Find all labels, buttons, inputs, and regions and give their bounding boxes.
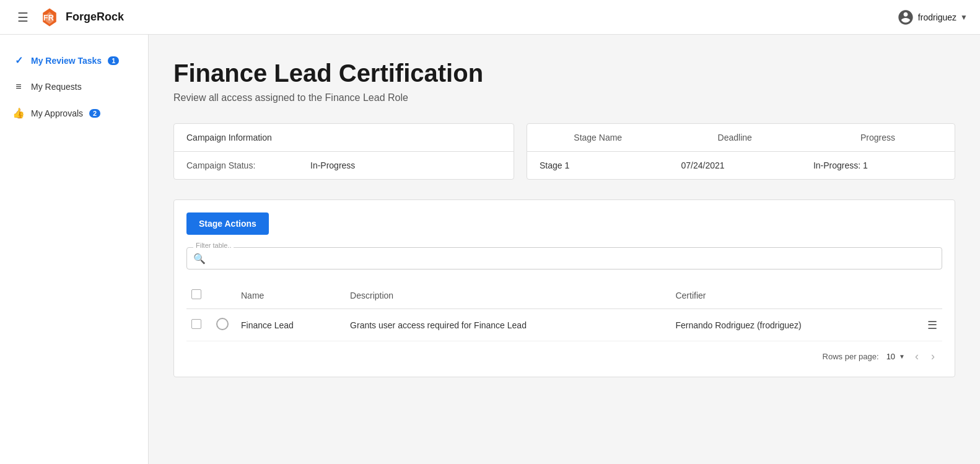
- top-header: ☰ FR ForgeRock frodriguez ▼: [0, 0, 980, 35]
- sidebar: ✓ My Review Tasks 1 ≡ My Requests 👍 My A…: [0, 35, 149, 464]
- logo-area: ☰ FR ForgeRock: [12, 6, 124, 28]
- approvals-badge: 2: [89, 109, 100, 118]
- search-icon: 🔍: [193, 253, 206, 265]
- table-footer: Rows per page: 10 ▼ ‹ ›: [186, 341, 942, 364]
- progress-header: Progress: [801, 124, 955, 152]
- description-header: Description: [345, 282, 670, 309]
- campaign-info-header: Campaign Information: [174, 124, 514, 152]
- select-all-header: [186, 282, 211, 309]
- progress-cell: In-Progress: 1: [801, 152, 955, 180]
- sidebar-item-label: My Approvals: [31, 108, 83, 118]
- name-cell: Finance Lead: [236, 309, 345, 341]
- stage-name-cell: Stage 1: [527, 152, 668, 180]
- actions-header: [908, 282, 942, 309]
- select-all-checkbox[interactable]: [191, 289, 201, 299]
- sidebar-item-label: My Review Tasks: [31, 56, 102, 66]
- rows-per-page-chevron: ▼: [899, 353, 905, 360]
- check-icon: ✓: [12, 55, 25, 66]
- campaign-status-row: Campaign Status: In-Progress: [174, 152, 514, 179]
- filter-label: Filter table..: [193, 242, 234, 249]
- menu-button[interactable]: ☰: [12, 7, 33, 27]
- row-checkbox[interactable]: [191, 319, 201, 329]
- data-table: Name Description Certifier Fi: [186, 282, 942, 341]
- status-header: [211, 282, 236, 309]
- sidebar-item-my-review-tasks[interactable]: ✓ My Review Tasks 1: [0, 47, 148, 74]
- table-header-row: Name Description Certifier: [186, 282, 942, 309]
- row-menu-icon[interactable]: ☰: [912, 318, 937, 332]
- row-checkbox-cell: [186, 309, 211, 341]
- campaign-status-label: Campaign Status:: [186, 160, 310, 170]
- name-header: Name: [236, 282, 345, 309]
- sidebar-item-label: My Requests: [31, 82, 82, 92]
- thumbs-up-icon: 👍: [12, 107, 25, 119]
- rows-per-page-label: Rows per page:: [823, 352, 879, 361]
- deadline-header: Deadline: [668, 124, 800, 152]
- deadline-cell: 07/24/2021: [668, 152, 800, 180]
- stage-table-row: Stage 1 07/24/2021 In-Progress: 1: [527, 152, 955, 180]
- filter-input[interactable]: [209, 253, 934, 263]
- campaign-info-card: Campaign Information Campaign Status: In…: [173, 123, 514, 180]
- rows-per-page-select[interactable]: 10 ▼: [886, 352, 905, 361]
- campaign-status-value: In-Progress: [310, 160, 355, 170]
- main-content: Finance Lead Certification Review all ac…: [149, 35, 980, 464]
- next-page-button[interactable]: ›: [929, 349, 937, 364]
- sidebar-item-my-requests[interactable]: ≡ My Requests: [0, 74, 148, 100]
- chevron-down-icon: ▼: [960, 13, 968, 22]
- certifier-cell: Fernando Rodriguez (frodriguez): [670, 309, 908, 341]
- stage-name-header: Stage Name: [527, 124, 668, 152]
- stage-info-card: Stage Name Deadline Progress Stage 1 07/…: [527, 123, 955, 180]
- user-area[interactable]: frodriguez ▼: [897, 9, 968, 26]
- forgerock-logo: FR: [38, 6, 61, 28]
- page-title: Finance Lead Certification: [173, 59, 955, 87]
- sidebar-item-my-approvals[interactable]: 👍 My Approvals 2: [0, 100, 148, 126]
- rows-per-page-value: 10: [886, 352, 895, 361]
- user-avatar-icon: [897, 9, 914, 26]
- list-icon: ≡: [12, 81, 25, 92]
- table-section: Stage Actions Filter table.. 🔍 Name Des: [173, 199, 955, 377]
- row-status-cell: [211, 309, 236, 341]
- logo-text: ForgeRock: [66, 11, 124, 24]
- filter-container: Filter table.. 🔍: [186, 247, 942, 269]
- row-actions-cell: ☰: [908, 309, 942, 341]
- table-row: Finance Lead Grants user access required…: [186, 309, 942, 341]
- review-tasks-badge: 1: [108, 56, 119, 65]
- svg-text:FR: FR: [43, 14, 54, 22]
- stage-actions-button[interactable]: Stage Actions: [186, 212, 269, 235]
- user-name: frodriguez: [918, 12, 956, 22]
- page-subtitle: Review all access assigned to the Financ…: [173, 92, 955, 103]
- info-cards-row: Campaign Information Campaign Status: In…: [173, 123, 955, 180]
- stage-table-header-row: Stage Name Deadline Progress: [527, 124, 955, 152]
- certifier-header: Certifier: [670, 282, 908, 309]
- description-cell: Grants user access required for Finance …: [345, 309, 670, 341]
- status-circle-icon: [216, 318, 229, 330]
- layout: ✓ My Review Tasks 1 ≡ My Requests 👍 My A…: [0, 35, 980, 464]
- hamburger-icon: ☰: [17, 11, 28, 24]
- stage-table: Stage Name Deadline Progress Stage 1 07/…: [527, 124, 955, 179]
- prev-page-button[interactable]: ‹: [912, 349, 921, 364]
